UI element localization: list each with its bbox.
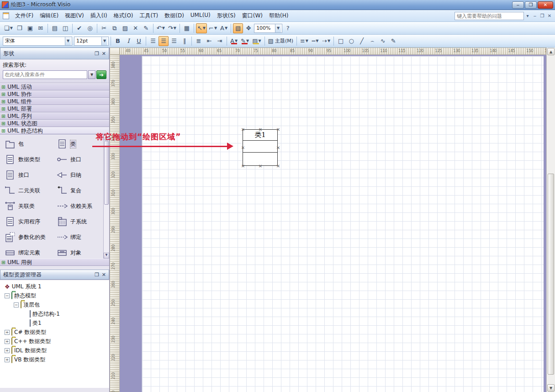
new-drawing-button[interactable]: ❏▼ [3, 23, 14, 33]
shape-master-6[interactable]: 二元关联 [3, 183, 55, 198]
paste-button[interactable]: ▨ [120, 23, 130, 33]
connector-tool-button[interactable]: ⌐▼ [207, 23, 218, 33]
shape-master-9[interactable]: 依赖关系 [55, 198, 106, 214]
drawing-page[interactable]: 类1 ✕✕✕✕✕✕✕✕ [142, 56, 544, 392]
delete-button[interactable]: ✕ [131, 23, 141, 33]
zoom-combo[interactable]: 100%▼ [254, 24, 282, 33]
chevron-down-icon[interactable]: ▼ [203, 26, 206, 30]
freeform-tool-button[interactable]: ∿ [378, 36, 388, 46]
selection-handle[interactable]: ✕ [241, 127, 245, 132]
chevron-down-icon[interactable]: ▼ [235, 39, 238, 43]
selection-handle[interactable]: ✕ [241, 164, 245, 169]
redo-button[interactable]: ↷▼ [167, 23, 178, 33]
line-ends-button[interactable]: ⇢▼ [321, 36, 332, 46]
canvas-vertical-scrollbar[interactable]: ▲ ▼ [546, 48, 555, 392]
font-size-combo[interactable]: 12pt ▼ [74, 37, 109, 46]
shape-master-15[interactable]: 对象 [55, 245, 106, 260]
stencil-scrollbar-thumb[interactable] [104, 141, 109, 205]
shape-master-7[interactable]: 复合 [55, 183, 106, 198]
spelling-button[interactable]: ✔ [74, 23, 85, 33]
shape-master-11[interactable]: 子系统 [55, 214, 106, 229]
email-button[interactable]: ✉ [36, 23, 46, 33]
menu-item-9[interactable]: 窗口(W) [239, 11, 266, 21]
class-attributes-compartment[interactable] [243, 141, 277, 153]
menubar-dropdown-icon[interactable]: ▾ [524, 12, 531, 19]
shape-master-3[interactable]: 接口 [55, 152, 106, 167]
tree-item-7[interactable]: +IDL 数据类型 [1, 346, 109, 355]
shape-master-14[interactable]: 绑定元素 [3, 245, 55, 260]
save-button[interactable]: ▣ [25, 23, 35, 33]
pan-zoom-button[interactable]: ✥ [243, 23, 254, 33]
align-center-button[interactable]: ☰ [159, 36, 169, 46]
shapes-window-button[interactable]: ▧ [233, 23, 243, 33]
ellipse-tool-button[interactable]: ○ [346, 36, 356, 46]
chevron-down-icon[interactable]: ▼ [258, 39, 261, 43]
restore-button[interactable]: ❐ [525, 1, 537, 9]
chevron-down-icon[interactable]: ▼ [306, 39, 308, 43]
help-button[interactable]: ? [283, 23, 293, 33]
canvas-scrollbar-thumb[interactable] [548, 174, 554, 375]
format-painter-button[interactable]: ✎ [141, 23, 151, 33]
print-preview-button[interactable]: ◫ [60, 23, 70, 33]
tree-item-2[interactable]: −顶层包 [1, 300, 109, 309]
print-button[interactable]: ▤ [50, 23, 60, 33]
tree-item-8[interactable]: +VB 数据类型 [1, 355, 109, 364]
selection-handle[interactable]: ✕ [276, 146, 280, 150]
shape-master-2[interactable]: 数据类型 [3, 152, 55, 167]
menu-item-3[interactable]: 插入(I) [87, 11, 111, 21]
shape-master-10[interactable]: 实用程序 [3, 214, 55, 229]
chevron-down-icon[interactable]: ▼ [214, 26, 217, 30]
menu-item-6[interactable]: 数据(D) [161, 11, 187, 21]
increase-indent-button[interactable]: ⇥ [215, 36, 225, 46]
font-name-combo[interactable]: 宋体 ▼ [3, 37, 72, 46]
menu-item-7[interactable]: UML(U) [187, 11, 214, 21]
shape-master-8[interactable]: 关联类 [3, 198, 55, 214]
menu-item-8[interactable]: 形状(S) [214, 11, 239, 21]
line-weight-button[interactable]: ≡▼ [299, 36, 310, 46]
chevron-down-icon[interactable]: ▼ [275, 24, 281, 32]
align-left-button[interactable]: ☰ [148, 36, 158, 46]
rectangle-tool-button[interactable]: □ [336, 36, 346, 46]
shape-master-13[interactable]: 绑定 [55, 229, 106, 245]
search-dropdown-icon[interactable]: ▼ [88, 70, 95, 79]
close-panel-icon[interactable]: ✕ [102, 51, 106, 57]
fill-color-button[interactable]: ▨▼ [251, 36, 262, 46]
line-color-button[interactable]: ✎▼ [239, 36, 250, 46]
chevron-down-icon[interactable]: ▼ [316, 39, 318, 43]
undo-button[interactable]: ↶▼ [155, 23, 166, 33]
expand-icon[interactable]: + [5, 348, 10, 353]
chevron-down-icon[interactable]: ▼ [174, 26, 176, 30]
scroll-up-icon[interactable]: ▲ [547, 48, 555, 55]
close-panel-icon[interactable]: ✕ [102, 272, 106, 278]
stencil-tab-4[interactable]: ⊞UML 序列 [0, 112, 109, 120]
stencil-tab-2[interactable]: ⊞UML 组件 [0, 98, 109, 105]
chevron-down-icon[interactable]: ▼ [162, 26, 165, 30]
search-go-button[interactable]: ➔ [96, 70, 106, 79]
menu-item-4[interactable]: 格式(O) [111, 11, 137, 21]
menu-item-0[interactable]: 文件(F) [12, 11, 37, 21]
canvas-viewport[interactable]: 类1 ✕✕✕✕✕✕✕✕ [120, 55, 546, 392]
copy-button[interactable]: ⧉ [110, 23, 120, 33]
uml-class-shape[interactable]: 类1 ✕✕✕✕✕✕✕✕ [243, 129, 278, 166]
stencil-tab-6[interactable]: ⊞UML 静态结构 [0, 127, 109, 134]
menubar-restore-icon[interactable]: ❐ [539, 12, 546, 19]
tree-item-5[interactable]: +C# 数据类型 [1, 328, 109, 337]
align-right-button[interactable]: ☰ [169, 36, 179, 46]
menu-item-1[interactable]: 编辑(E) [37, 11, 62, 21]
selection-handle[interactable]: ✕ [241, 146, 245, 150]
tree-item-3[interactable]: 静态结构-1 [1, 309, 109, 318]
selection-handle[interactable]: ✕ [276, 127, 280, 132]
tree-item-6[interactable]: +C++ 数据类型 [1, 337, 109, 346]
scroll-down-icon[interactable]: ▼ [547, 384, 555, 392]
shape-master-4[interactable]: 接口 [3, 167, 55, 183]
underline-button[interactable]: U [134, 36, 144, 46]
tree-item-1[interactable]: −静态模型 [1, 291, 109, 300]
pencil-tool-button[interactable]: ✎ [388, 36, 398, 46]
menubar-minimize-icon[interactable]: ‒ [531, 12, 539, 19]
arc-tool-button[interactable]: ⌢ [367, 36, 377, 46]
decrease-indent-button[interactable]: ⇤ [204, 36, 214, 46]
menu-item-10[interactable]: 帮助(H) [266, 11, 291, 21]
chevron-down-icon[interactable]: ▼ [225, 26, 227, 30]
line-tool-button[interactable]: ╱ [357, 36, 367, 46]
selection-handle[interactable]: ✕ [276, 164, 280, 169]
